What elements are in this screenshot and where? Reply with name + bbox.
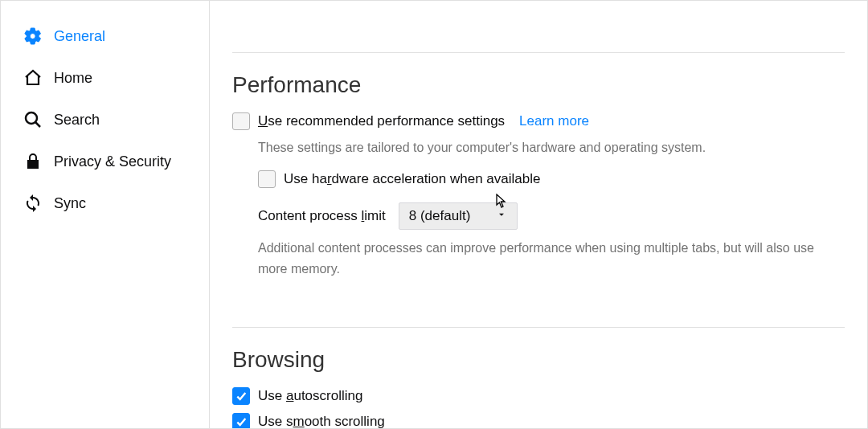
sync-icon — [23, 194, 43, 213]
sidebar-item-label: General — [54, 28, 105, 45]
section-heading-browsing: Browsing — [232, 347, 845, 373]
svg-point-0 — [26, 112, 37, 124]
gear-icon — [23, 27, 43, 46]
sidebar-item-general[interactable]: General — [1, 15, 209, 57]
row-smooth-scrolling: Use smooth scrolling — [232, 413, 845, 428]
section-heading-performance: Performance — [232, 72, 845, 98]
sidebar-item-label: Privacy & Security — [54, 153, 171, 170]
home-icon — [23, 68, 43, 88]
checkbox-smooth-scrolling[interactable] — [232, 413, 250, 428]
label-content-process-limit: Content process limit — [258, 208, 386, 224]
search-icon — [23, 110, 43, 129]
sidebar-item-label: Home — [54, 70, 92, 87]
row-hardware-accel: Use hardware acceleration when available — [232, 170, 845, 188]
lock-icon — [23, 152, 43, 171]
main-content: Performance Use recommended performance … — [210, 1, 867, 428]
sidebar-item-home[interactable]: Home — [1, 57, 209, 99]
sidebar-item-search[interactable]: Search — [1, 99, 209, 141]
select-value: 8 (default) — [409, 208, 471, 224]
row-content-process-limit: Content process limit 8 (default) — [232, 202, 845, 230]
label-smooth-scrolling[interactable]: Use smooth scrolling — [258, 414, 385, 428]
desc-recommended: These settings are tailored to your comp… — [258, 138, 845, 157]
desc-content-process: Additional content processes can improve… — [258, 238, 845, 279]
label-hardware-accel[interactable]: Use hardware acceleration when available — [284, 171, 540, 187]
row-recommended-settings: Use recommended performance settings Lea… — [232, 112, 845, 130]
sidebar-item-label: Search — [54, 112, 100, 129]
link-learn-more[interactable]: Learn more — [519, 113, 589, 129]
chevron-down-icon — [496, 208, 507, 224]
label-autoscrolling[interactable]: Use autoscrolling — [258, 388, 362, 404]
divider — [232, 52, 845, 53]
checkbox-hardware-accel[interactable] — [258, 170, 276, 188]
sidebar: General Home Search Privacy & Security S… — [1, 1, 210, 428]
select-content-process-limit[interactable]: 8 (default) — [399, 202, 518, 230]
sidebar-item-sync[interactable]: Sync — [1, 182, 209, 224]
checkbox-autoscrolling[interactable] — [232, 387, 250, 405]
row-autoscrolling: Use autoscrolling — [232, 387, 845, 405]
sidebar-item-label: Sync — [54, 195, 86, 212]
sidebar-item-privacy[interactable]: Privacy & Security — [1, 141, 209, 182]
svg-line-1 — [35, 122, 40, 127]
checkbox-recommended[interactable] — [232, 112, 250, 130]
divider — [232, 327, 845, 328]
label-recommended[interactable]: Use recommended performance settings — [258, 113, 505, 129]
